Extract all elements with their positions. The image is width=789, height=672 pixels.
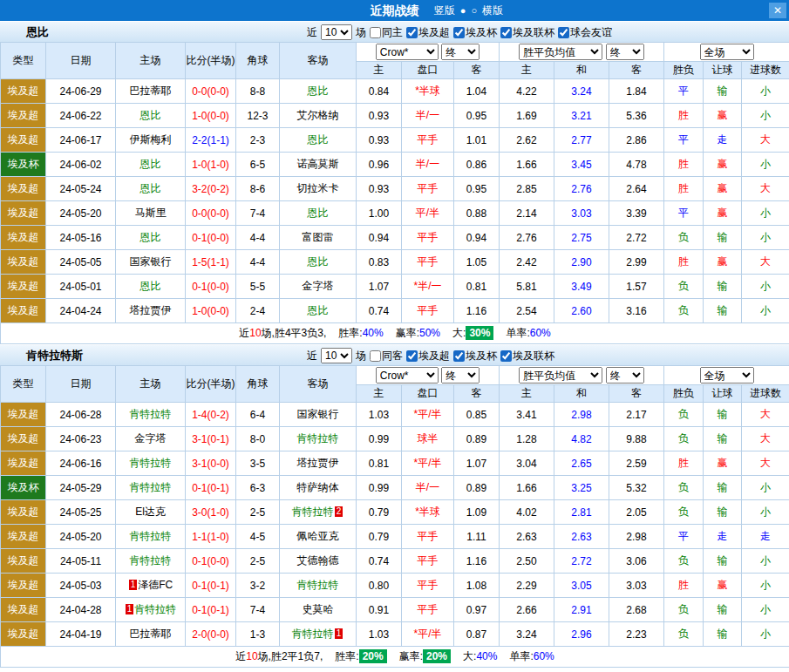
recent-count-select[interactable]: 10 [321, 348, 352, 363]
header-corner: 角球 [236, 366, 280, 403]
team-section-header-1: 恩比 近10场同主埃及超埃及杯埃及联杯球会友谊 [0, 21, 789, 42]
euro-away-odds-cell: 2.99 [609, 250, 664, 275]
filter-option[interactable]: 埃及超 [406, 25, 450, 40]
asia-stage-select[interactable]: 终 [441, 44, 480, 60]
close-button[interactable]: ✕ [769, 3, 786, 18]
handicap-cell: 平手 [402, 598, 454, 622]
team-name-text: 国家银行 [130, 255, 172, 268]
asia-away-odds-cell: 0.97 [454, 598, 500, 622]
fullmatch-scope-select[interactable]: 全场 [700, 367, 754, 384]
filter-option[interactable]: 同主 [370, 25, 403, 40]
league-type-cell: 埃及杯 [1, 153, 46, 177]
team-name-text: 恩比 [140, 280, 161, 292]
league-type-cell: 埃及超 [1, 549, 46, 574]
home-team-cell: 肯特拉特 [116, 525, 186, 549]
score-cell: 0-1(0-0) [186, 275, 236, 299]
goals-result-cell: 小 [742, 153, 789, 177]
filter-checkbox[interactable] [500, 350, 512, 362]
asia-away-odds-cell: 1.05 [454, 250, 500, 275]
sub-header-euro-draw: 和 [554, 385, 609, 403]
portrait-radio-selected-icon[interactable]: ● [460, 5, 466, 16]
europe-stage-select[interactable]: 终 [606, 44, 644, 60]
europe-company-select[interactable]: 胜平负均值 [519, 44, 602, 60]
matches-table-2: 类型 日期 主场 比分(半场) 角球 客场 Crow* 终 胜平负均值 终 全场 [0, 365, 789, 668]
team-name-text: 肯特拉特 [130, 408, 172, 420]
summary-bar: 近10场,胜4平3负3,胜率:40%赢率:50%大:30%单率:60% [1, 326, 789, 341]
team-name-text: 国家银行 [297, 408, 339, 420]
euro-draw-odds-cell: 2.90 [554, 250, 609, 275]
asia-home-odds-cell: 0.93 [357, 104, 402, 128]
home-team-cell: 塔拉贾伊 [116, 299, 186, 323]
summary-stat: 胜率:40% [338, 326, 383, 341]
winloss-result-cell: 负 [664, 500, 704, 525]
header-away-team: 客场 [280, 43, 357, 79]
team-name-text: 艾德翰德 [297, 554, 339, 567]
filter-checkbox-label: 同客 [382, 349, 403, 363]
filter-option[interactable]: 球会友谊 [558, 25, 612, 40]
score-cell: 3-0(1-0) [186, 500, 236, 525]
team-name-text: 金字塔 [135, 432, 167, 445]
recent-count-select[interactable]: 10 [321, 24, 352, 40]
filter-option[interactable]: 埃及杯 [453, 25, 497, 40]
score-cell: 1-4(0-2) [186, 403, 236, 427]
league-type-cell: 埃及超 [1, 598, 46, 622]
red-card-badge: 1 [335, 628, 343, 639]
summary-stat-value: 60% [534, 650, 554, 662]
date-cell: 24-05-24 [46, 177, 116, 201]
match-row: 埃及超24-04-281肯特拉特0-1(0-1)7-4史莫哈0.91平手0.97… [1, 598, 789, 622]
landscape-radio-label[interactable]: 横版 [482, 3, 503, 18]
filter-checkbox[interactable] [370, 27, 381, 38]
asia-away-odds-cell: 0.95 [454, 104, 500, 128]
euro-home-odds-cell: 1.66 [500, 476, 554, 500]
asia-away-odds-cell: 0.86 [454, 153, 500, 177]
handicap-cell: 半/一 [402, 104, 454, 128]
winloss-result-cell: 胜 [664, 451, 704, 476]
league-type-cell: 埃及超 [1, 299, 46, 323]
asia-away-odds-cell: 0.81 [454, 275, 500, 299]
home-team-cell: 恩比 [116, 153, 186, 177]
filter-option[interactable]: 埃及联杯 [500, 349, 554, 363]
away-team-cell: 肯特拉特1 [280, 622, 357, 647]
euro-home-odds-cell: 3.24 [500, 622, 554, 647]
fullmatch-scope-select[interactable]: 全场 [700, 44, 754, 60]
filter-option[interactable]: 埃及杯 [453, 349, 497, 363]
filter-checkbox[interactable] [406, 27, 418, 38]
europe-company-select[interactable]: 胜平负均值 [519, 367, 602, 384]
goals-result-cell: 小 [742, 79, 789, 104]
filter-checkbox[interactable] [558, 27, 569, 38]
filter-option[interactable]: 埃及联杯 [500, 25, 554, 40]
filter-checkbox[interactable] [406, 350, 418, 362]
handicap-cell: 平手 [402, 525, 454, 549]
asia-company-select[interactable]: Crow* [376, 367, 439, 384]
match-row: 埃及超24-05-20肯特拉特1-1(1-0)4-5佩哈亚克0.79平手1.11… [1, 525, 789, 549]
corner-cell: 2-5 [236, 549, 280, 574]
summary-record-text: 近10场,胜4平3负3, [239, 326, 326, 341]
handicap-result-cell: 输 [704, 79, 742, 104]
summary-stat: 单率:60% [506, 326, 550, 341]
euro-home-odds-cell: 2.66 [500, 598, 554, 622]
handicap-result-cell: 输 [704, 622, 742, 647]
euro-home-odds-cell: 2.85 [500, 177, 554, 201]
handicap-cell: 半/一 [402, 476, 454, 500]
match-row: 埃及超24-06-23金字塔3-1(0-1)8-0肯特拉特0.99球半0.891… [1, 427, 789, 451]
league-type-cell: 埃及超 [1, 525, 46, 549]
team-name-text: 恩比 [308, 85, 329, 97]
summary-stat-label: 大: [463, 650, 476, 662]
date-cell: 24-05-03 [46, 574, 116, 598]
filter-checkbox[interactable] [453, 27, 465, 38]
corner-cell: 7-4 [236, 598, 280, 622]
filter-checkbox[interactable] [500, 27, 512, 38]
filter-option[interactable]: 同客 [370, 349, 403, 363]
landscape-radio-icon[interactable]: ○ [471, 5, 477, 16]
filter-checkbox[interactable] [370, 350, 381, 362]
asia-stage-select[interactable]: 终 [441, 367, 480, 384]
asia-away-odds-cell: 0.88 [454, 201, 500, 226]
asia-company-select[interactable]: Crow* [376, 44, 439, 60]
filter-checkbox[interactable] [453, 350, 465, 362]
europe-stage-select[interactable]: 终 [606, 367, 644, 384]
corner-cell: 2-3 [236, 128, 280, 153]
summary-stat: 胜率:20% [335, 649, 386, 664]
date-cell: 24-06-22 [46, 104, 116, 128]
filter-option[interactable]: 埃及超 [406, 349, 450, 363]
portrait-radio-label[interactable]: 竖版 [434, 3, 455, 18]
